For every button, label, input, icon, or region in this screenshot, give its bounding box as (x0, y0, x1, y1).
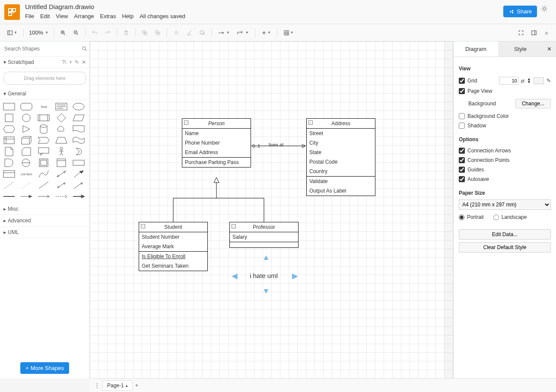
shape-document[interactable] (72, 125, 85, 133)
direction-arrow-left-icon[interactable]: ◀ (232, 271, 238, 281)
attr[interactable]: Postal Code (307, 157, 375, 167)
shape-listitem[interactable]: List Item (20, 170, 33, 178)
shape-hexagon[interactable] (3, 125, 16, 133)
collapse-icon[interactable]: − (232, 224, 236, 228)
attr[interactable]: Phone Number (182, 138, 251, 148)
shape-link2[interactable] (20, 192, 33, 201)
waypoint-style[interactable] (234, 28, 251, 38)
uml-class-student[interactable]: −Student Student Number Average Mark Is … (139, 222, 208, 271)
collapse-icon[interactable]: − (308, 120, 313, 125)
tab-diagram[interactable]: Diagram (454, 41, 498, 57)
section-general[interactable]: General (8, 91, 26, 97)
shape-process[interactable] (37, 114, 50, 122)
change-background-button[interactable]: Change... (515, 99, 551, 108)
clear-style-button[interactable]: Clear Default Style (459, 242, 551, 253)
menu-file[interactable]: File (25, 13, 34, 19)
shape-frame[interactable] (55, 158, 68, 167)
zoom-in-icon[interactable] (57, 28, 69, 38)
collapse-icon[interactable] (541, 28, 552, 37)
menu-view[interactable]: View (56, 13, 68, 19)
insert-menu[interactable] (259, 28, 273, 37)
bgcolor-checkbox[interactable] (459, 113, 465, 119)
share-button[interactable]: Share (503, 6, 537, 17)
shape-link1[interactable] (3, 192, 16, 201)
attr[interactable]: City (307, 138, 375, 148)
to-back-icon[interactable] (152, 28, 163, 38)
op[interactable]: Purchase Parking Pass (182, 158, 251, 167)
shape-note[interactable] (3, 147, 16, 156)
grid-size-input[interactable] (499, 77, 518, 85)
shape-text[interactable]: Text (37, 102, 50, 111)
op[interactable]: Is Eligible To Enroll (139, 252, 207, 261)
line-color-icon[interactable] (184, 28, 195, 38)
help-icon[interactable]: ?⃝ (62, 59, 67, 65)
shape-circle[interactable] (20, 114, 33, 122)
shape-ellipse[interactable] (72, 102, 85, 111)
shape-crescent[interactable] (72, 147, 85, 156)
collapse-icon[interactable]: − (141, 224, 145, 228)
free-text[interactable]: i hate uml (250, 272, 278, 279)
shape-link4[interactable] (55, 192, 68, 201)
shape-dashed[interactable] (3, 181, 16, 190)
shape-container[interactable] (37, 158, 50, 167)
shape-dirline[interactable] (72, 181, 85, 190)
pageview-checkbox[interactable] (459, 88, 465, 94)
autosave-checkbox[interactable] (459, 176, 465, 182)
add-icon[interactable]: + (69, 59, 72, 65)
grid-checkbox[interactable] (459, 78, 465, 84)
grid-color-swatch[interactable] (534, 77, 544, 84)
format-panel-icon[interactable] (528, 28, 540, 38)
shape-biarrow[interactable] (55, 170, 68, 178)
grid-step-down[interactable]: ▼ (527, 81, 531, 84)
menu-edit[interactable]: Edit (40, 13, 50, 19)
scratchpad-label[interactable]: Scratchpad (8, 59, 34, 65)
multiplicity-right[interactable]: 1 (301, 143, 304, 149)
search-input[interactable] (2, 43, 82, 54)
connection-style[interactable] (215, 29, 232, 37)
shape-curve[interactable] (37, 170, 50, 178)
attr[interactable]: Name (182, 129, 251, 138)
inheritance-lines[interactable] (172, 177, 267, 224)
zoom-out-icon[interactable] (70, 28, 82, 38)
to-front-icon[interactable] (139, 28, 150, 38)
conn-points-checkbox[interactable] (459, 157, 465, 163)
section-misc[interactable]: Misc (8, 206, 19, 212)
panel-close-icon[interactable]: ✕ (543, 41, 556, 57)
delete-icon[interactable] (121, 28, 132, 38)
shape-and[interactable] (20, 158, 33, 167)
shape-cube[interactable] (20, 136, 33, 145)
shape-link5[interactable] (72, 192, 85, 201)
attr[interactable]: Country (307, 167, 375, 176)
shape-rounded[interactable] (20, 102, 33, 111)
shape-or[interactable] (3, 158, 16, 167)
attr[interactable]: Average Mark (139, 242, 207, 251)
shape-tape[interactable] (72, 136, 85, 145)
sidebar-toggle[interactable] (4, 28, 20, 38)
uml-class-professor[interactable]: −Professor Salary (229, 222, 299, 248)
shape-link3[interactable] (37, 192, 50, 201)
theme-icon[interactable] (540, 5, 548, 14)
canvas[interactable]: −Person Name Phone Number Email Address … (90, 41, 453, 378)
tab-style[interactable]: Style (498, 41, 543, 57)
section-uml[interactable]: UML (8, 229, 19, 235)
shape-internal[interactable] (3, 136, 16, 145)
attr[interactable]: Street (307, 129, 375, 138)
shape-callout[interactable] (37, 147, 50, 156)
search-icon[interactable] (82, 46, 88, 52)
shape-dotted[interactable] (20, 181, 33, 190)
menu-arrange[interactable]: Arrange (74, 13, 94, 19)
shape-trapezoid[interactable] (55, 136, 68, 145)
grid-color-edit-icon[interactable]: ✎ (546, 78, 551, 84)
fill-color-icon[interactable] (171, 28, 182, 38)
attr[interactable]: Student Number (139, 232, 207, 242)
shape-hrect[interactable] (72, 158, 85, 167)
shape-cloud[interactable] (55, 125, 68, 133)
collapse-icon[interactable]: − (184, 120, 188, 125)
shadow-toggle-icon[interactable] (197, 28, 208, 38)
op[interactable]: Validate (307, 177, 375, 186)
association-label[interactable]: lives at (269, 142, 283, 147)
redo-icon[interactable] (102, 28, 113, 38)
table-menu[interactable] (281, 28, 296, 38)
portrait-radio[interactable] (459, 215, 464, 220)
shape-textbox[interactable] (55, 102, 68, 111)
